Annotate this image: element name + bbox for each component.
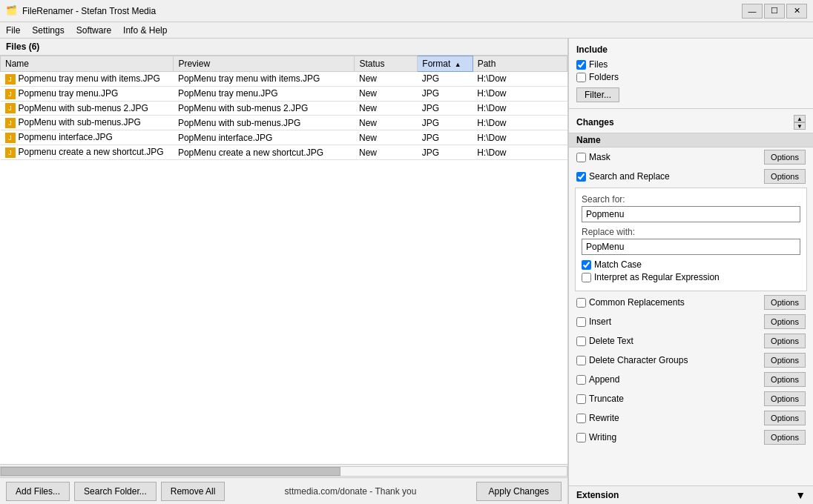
truncate-checkbox[interactable] [576, 394, 586, 404]
scroll-down-button[interactable]: ▼ [794, 122, 806, 130]
table-row[interactable]: JPopmenu create a new shortcut.JPG PopMe… [1, 145, 567, 160]
writing-options-button[interactable]: Options [764, 430, 806, 445]
search-replace-checkbox[interactable] [576, 172, 586, 182]
insert-options-button[interactable]: Options [764, 314, 806, 329]
titlebar: 🗂️ FileRenamer - Stefan Trost Media — ☐ … [0, 0, 813, 22]
menu-file[interactable]: File [0, 22, 26, 38]
cell-preview: PopMenu tray menu with items.JPG [174, 72, 355, 87]
col-name[interactable]: Name [1, 56, 174, 72]
changes-header: Changes ▲ ▼ [569, 115, 813, 133]
cell-path: H:\Dow [473, 72, 567, 87]
cell-status: New [355, 130, 418, 145]
table-row[interactable]: JPopMenu with sub-menus 2.JPG PopMenu wi… [1, 101, 567, 116]
cell-status: New [355, 72, 418, 87]
writing-row: Writing Options [569, 428, 813, 447]
truncate-label: Truncate [589, 394, 761, 404]
horizontal-scrollbar[interactable] [0, 464, 567, 477]
replace-input[interactable] [582, 239, 800, 255]
match-case-checkbox[interactable] [582, 260, 591, 270]
common-replacements-checkbox[interactable] [576, 298, 586, 308]
search-replace-options-button[interactable]: Options [764, 169, 806, 184]
cell-preview: PopMenu with sub-menus.JPG [174, 116, 355, 130]
truncate-row: Truncate Options [569, 389, 813, 408]
truncate-options-button[interactable]: Options [764, 391, 806, 406]
menu-software[interactable]: Software [70, 22, 117, 38]
minimize-button[interactable]: — [742, 4, 763, 19]
close-button[interactable]: ✕ [786, 4, 807, 19]
files-checkbox[interactable] [576, 60, 586, 70]
files-header: Files (6) [0, 39, 567, 56]
table-row[interactable]: JPopmenu interface.JPG PopMenu interface… [1, 130, 567, 145]
cell-format: JPG [418, 116, 473, 130]
menu-settings[interactable]: Settings [26, 22, 70, 38]
rewrite-checkbox[interactable] [576, 414, 586, 423]
sort-arrow-format: ▲ [455, 61, 461, 68]
right-panel: Include Files Folders Filter... Changes … [568, 39, 813, 504]
table-row[interactable]: JPopmenu tray menu.JPG PopMenu tray menu… [1, 86, 567, 101]
changes-scroll-buttons: ▲ ▼ [794, 115, 806, 130]
col-format[interactable]: Format ▲ [418, 56, 473, 72]
writing-label: Writing [589, 432, 761, 442]
cell-name: JPopmenu interface.JPG [1, 130, 174, 145]
cell-preview: PopMenu tray menu.JPG [174, 86, 355, 101]
extension-section: Extension ▼ [569, 485, 813, 504]
replace-row: Replace with: [582, 227, 800, 255]
rewrite-options-button[interactable]: Options [764, 411, 806, 425]
writing-checkbox[interactable] [576, 433, 586, 442]
col-path[interactable]: Path [473, 56, 567, 72]
append-checkbox[interactable] [576, 375, 586, 385]
delete-text-row: Delete Text Options [569, 331, 813, 351]
cell-status: New [355, 116, 418, 130]
insert-label: Insert [589, 316, 761, 327]
search-input[interactable] [582, 206, 800, 222]
apply-changes-button[interactable]: Apply Changes [476, 482, 562, 501]
insert-checkbox[interactable] [576, 317, 586, 327]
cell-format: JPG [418, 130, 473, 145]
search-folder-button[interactable]: Search Folder... [74, 482, 157, 501]
match-case-row: Match Case [582, 259, 800, 270]
hscroll-thumb[interactable] [1, 467, 340, 476]
scroll-up-button[interactable]: ▲ [794, 115, 806, 122]
regex-row: Interpret as Regular Expression [582, 272, 800, 282]
common-replacements-options-button[interactable]: Options [764, 295, 806, 310]
search-row: Search for: [582, 194, 800, 222]
cell-status: New [355, 86, 418, 101]
cell-name: JPopmenu tray menu.JPG [1, 86, 174, 101]
delete-char-groups-checkbox[interactable] [576, 356, 586, 365]
file-table-container[interactable]: Name Preview Status Format ▲ Path JPopme… [0, 56, 567, 464]
table-row[interactable]: JPopmenu tray menu with items.JPG PopMen… [1, 72, 567, 87]
cell-preview: PopMenu with sub-menus 2.JPG [174, 101, 355, 116]
cell-preview: PopMenu create a new shortcut.JPG [174, 145, 355, 160]
rewrite-row: Rewrite Options [569, 408, 813, 428]
delete-char-groups-row: Delete Character Groups Options [569, 351, 813, 370]
search-replace-label: Search and Replace [589, 171, 761, 182]
changes-section[interactable]: Changes ▲ ▼ Name Mask Options Search and [569, 109, 813, 485]
extension-expand-button[interactable]: ▼ [795, 489, 806, 501]
file-table: Name Preview Status Format ▲ Path JPopme… [0, 56, 567, 160]
mask-options-button[interactable]: Options [764, 150, 806, 165]
regex-label: Interpret as Regular Expression [594, 272, 720, 282]
match-case-label: Match Case [594, 259, 642, 270]
window-controls: — ☐ ✕ [742, 4, 807, 19]
folders-checkbox[interactable] [576, 73, 586, 82]
add-files-button[interactable]: Add Files... [6, 482, 70, 501]
menu-info-help[interactable]: Info & Help [117, 22, 173, 38]
delete-char-groups-options-button[interactable]: Options [764, 353, 806, 368]
col-status[interactable]: Status [355, 56, 418, 72]
delete-text-options-button[interactable]: Options [764, 334, 806, 348]
cell-status: New [355, 145, 418, 160]
maximize-button[interactable]: ☐ [764, 4, 785, 19]
append-options-button[interactable]: Options [764, 372, 806, 387]
filter-button[interactable]: Filter... [576, 87, 619, 102]
mask-checkbox[interactable] [576, 153, 586, 162]
remove-all-button[interactable]: Remove All [161, 482, 226, 501]
col-preview[interactable]: Preview [174, 56, 355, 72]
regex-checkbox[interactable] [582, 273, 591, 282]
table-row[interactable]: JPopMenu with sub-menus.JPG PopMenu with… [1, 116, 567, 130]
bottom-bar: Add Files... Search Folder... Remove All… [0, 477, 567, 504]
cell-path: H:\Dow [473, 130, 567, 145]
app-icon: 🗂️ [6, 5, 18, 17]
hscroll-track[interactable] [0, 466, 567, 477]
delete-text-checkbox[interactable] [576, 336, 586, 346]
changes-title: Changes [576, 117, 794, 127]
